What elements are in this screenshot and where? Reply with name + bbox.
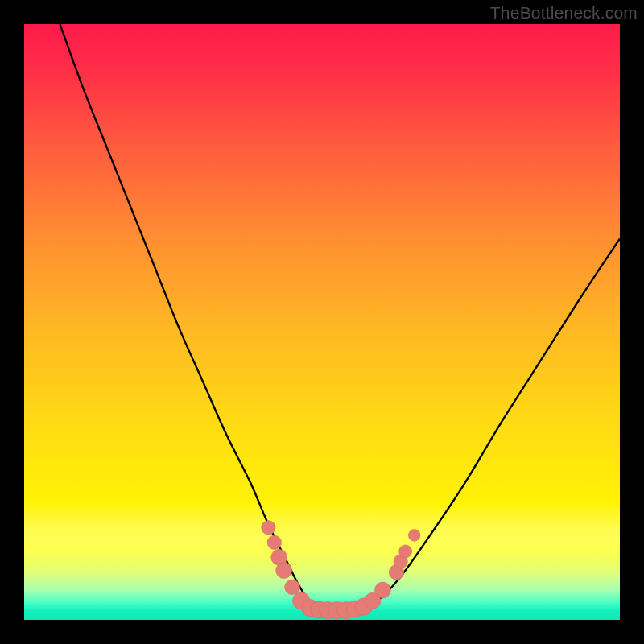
chart-frame: TheBottleneck.com (0, 0, 644, 644)
curve-marker (267, 535, 281, 549)
bottleneck-curve (24, 24, 620, 620)
watermark-text: TheBottleneck.com (490, 3, 638, 23)
curve-marker (285, 580, 300, 595)
curve-marker (374, 582, 390, 598)
curve-marker (276, 563, 292, 579)
plot-area (24, 24, 620, 620)
curve-marker (399, 545, 412, 558)
curve-marker (408, 530, 420, 542)
curve-marker (262, 521, 275, 535)
curve-markers (262, 521, 420, 619)
curve-path (60, 24, 620, 611)
